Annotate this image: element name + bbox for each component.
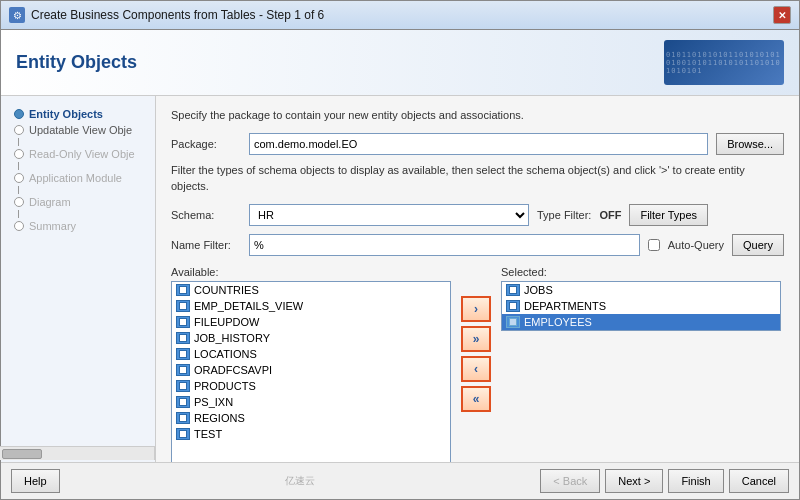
main-window: ⚙ Create Business Components from Tables…: [0, 0, 800, 500]
description-text: Specify the package to contain your new …: [171, 108, 784, 123]
sidebar-label-2: Updatable View Obje: [29, 124, 132, 136]
watermark: 亿速云: [285, 474, 315, 488]
sidebar-scrollbar[interactable]: [1, 446, 155, 460]
cancel-button[interactable]: Cancel: [729, 469, 789, 493]
sidebar-item-updatable[interactable]: Updatable View Obje: [6, 122, 150, 138]
list-item[interactable]: EMP_DETAILS_VIEW: [172, 298, 450, 314]
sidebar-dot-5: [14, 197, 24, 207]
sidebar-item-entity-objects[interactable]: Entity Objects: [6, 106, 150, 122]
table-icon: [176, 348, 190, 360]
sidebar-item-readonly: Read-Only View Obje: [6, 146, 150, 162]
back-button[interactable]: < Back: [540, 469, 600, 493]
type-filter-value: OFF: [599, 209, 621, 221]
sidebar-scrollbar-thumb[interactable]: [2, 449, 42, 459]
sidebar-node-4: Application Module: [6, 170, 150, 194]
type-filter-label: Type Filter:: [537, 209, 591, 221]
schema-label: Schema:: [171, 209, 241, 221]
table-icon: [176, 300, 190, 312]
list-item[interactable]: REGIONS: [172, 410, 450, 426]
next-button[interactable]: Next >: [605, 469, 663, 493]
sidebar-node-1: Entity Objects: [6, 106, 150, 122]
query-button[interactable]: Query: [732, 234, 784, 256]
list-item[interactable]: TEST: [172, 426, 450, 442]
sidebar-label-4: Application Module: [29, 172, 122, 184]
name-filter-row: Name Filter: Auto-Query Query: [171, 234, 784, 256]
item-name: DEPARTMENTS: [524, 300, 606, 312]
list-item[interactable]: PRODUCTS: [172, 378, 450, 394]
sidebar-label-1: Entity Objects: [29, 108, 103, 120]
filter-description: Filter the types of schema objects to di…: [171, 163, 784, 194]
available-list[interactable]: COUNTRIES EMP_DETAILS_VIEW FILEUPDOW: [171, 281, 451, 462]
filter-types-button[interactable]: Filter Types: [629, 204, 708, 226]
list-item[interactable]: DEPARTMENTS: [502, 298, 780, 314]
app-icon: ⚙: [9, 7, 25, 23]
table-icon: [176, 332, 190, 344]
name-filter-input[interactable]: [249, 234, 640, 256]
item-name: COUNTRIES: [194, 284, 259, 296]
list-item[interactable]: PS_IXN: [172, 394, 450, 410]
item-name: ORADFCSAVPI: [194, 364, 272, 376]
item-name: PS_IXN: [194, 396, 233, 408]
table-icon: [506, 300, 520, 312]
table-icon: [176, 364, 190, 376]
schema-row: Schema: HR Type Filter: OFF Filter Types: [171, 204, 784, 226]
sidebar-node-2: Updatable View Obje: [6, 122, 150, 146]
table-icon: [176, 412, 190, 424]
item-name: LOCATIONS: [194, 348, 257, 360]
item-name: EMPLOYEES: [524, 316, 592, 328]
sidebar-label-5: Diagram: [29, 196, 71, 208]
header-graphic: 0101101010101101010101010010101101010110…: [664, 40, 784, 85]
page-title: Entity Objects: [16, 52, 137, 73]
list-item[interactable]: JOB_HISTORY: [172, 330, 450, 346]
item-name: TEST: [194, 428, 222, 440]
item-name: FILEUPDOW: [194, 316, 259, 328]
sidebar-label-6: Summary: [29, 220, 76, 232]
bottom-bar: Help 亿速云 < Back Next > Finish Cancel: [1, 462, 799, 499]
sidebar-dot-4: [14, 173, 24, 183]
package-label: Package:: [171, 138, 241, 150]
table-icon: [176, 396, 190, 408]
move-right-button[interactable]: ›: [461, 296, 491, 322]
sidebar-dot-2: [14, 125, 24, 135]
item-name: JOB_HISTORY: [194, 332, 270, 344]
finish-button[interactable]: Finish: [668, 469, 723, 493]
package-row: Package: Browse...: [171, 133, 784, 155]
sidebar: Entity Objects Updatable View Obje: [1, 96, 156, 462]
list-item[interactable]: ORADFCSAVPI: [172, 362, 450, 378]
list-item[interactable]: LOCATIONS: [172, 346, 450, 362]
move-all-right-button[interactable]: »: [461, 326, 491, 352]
main-content: Specify the package to contain your new …: [156, 96, 799, 462]
auto-query-checkbox[interactable]: [648, 239, 660, 251]
table-icon: [176, 380, 190, 392]
sidebar-dot-6: [14, 221, 24, 231]
list-item[interactable]: COUNTRIES: [172, 282, 450, 298]
table-icon: [176, 428, 190, 440]
list-item-selected[interactable]: EMPLOYEES: [502, 314, 780, 330]
content-area: Entity Objects Updatable View Obje: [1, 96, 799, 462]
table-icon: [176, 284, 190, 296]
schema-select[interactable]: HR: [249, 204, 529, 226]
sidebar-item-diagram: Diagram: [6, 194, 150, 210]
move-left-button[interactable]: ‹: [461, 356, 491, 382]
available-list-section: Available: COUNTRIES EMP_DETAILS_VIEW: [171, 266, 451, 462]
item-name: PRODUCTS: [194, 380, 256, 392]
sidebar-item-summary: Summary: [6, 218, 150, 234]
sidebar-node-5: Diagram: [6, 194, 150, 218]
browse-button[interactable]: Browse...: [716, 133, 784, 155]
item-name: REGIONS: [194, 412, 245, 424]
table-icon: [506, 316, 520, 328]
available-label: Available:: [171, 266, 451, 278]
selected-list[interactable]: JOBS DEPARTMENTS EMPLOYEES: [501, 281, 781, 331]
middle-buttons: › » ‹ «: [456, 266, 496, 412]
sidebar-label-3: Read-Only View Obje: [29, 148, 135, 160]
close-button[interactable]: ✕: [773, 6, 791, 24]
move-all-left-button[interactable]: «: [461, 386, 491, 412]
list-item[interactable]: JOBS: [502, 282, 780, 298]
package-input[interactable]: [249, 133, 708, 155]
title-bar-left: ⚙ Create Business Components from Tables…: [9, 7, 324, 23]
title-bar: ⚙ Create Business Components from Tables…: [1, 1, 799, 30]
window-title: Create Business Components from Tables -…: [31, 8, 324, 22]
list-item[interactable]: FILEUPDOW: [172, 314, 450, 330]
sidebar-nav: Entity Objects Updatable View Obje: [6, 106, 150, 234]
help-button[interactable]: Help: [11, 469, 60, 493]
